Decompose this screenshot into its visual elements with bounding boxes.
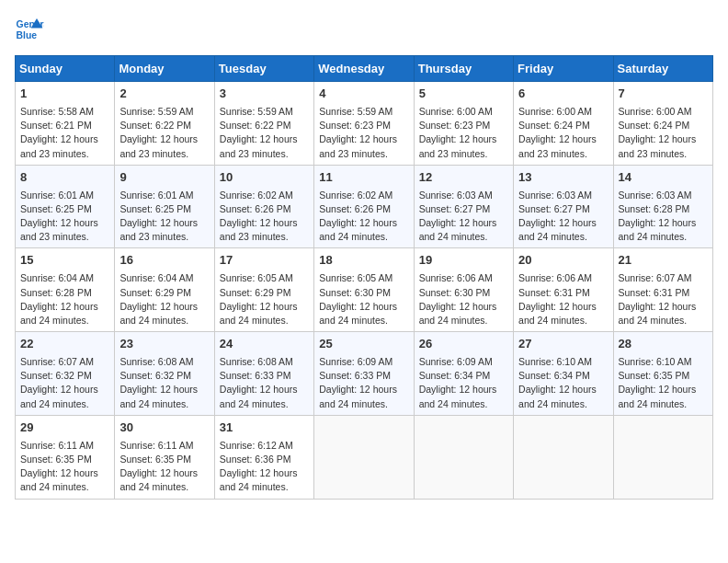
day-detail: Sunrise: 6:07 AMSunset: 6:31 PMDaylight:… <box>619 271 708 327</box>
calendar-cell: 19Sunrise: 6:06 AMSunset: 6:30 PMDayligh… <box>414 248 513 332</box>
day-number: 4 <box>319 86 408 103</box>
week-row-4: 22Sunrise: 6:07 AMSunset: 6:32 PMDayligh… <box>16 332 713 416</box>
calendar-cell: 1Sunrise: 5:58 AMSunset: 6:21 PMDaylight… <box>16 82 115 166</box>
calendar-table: SundayMondayTuesdayWednesdayThursdayFrid… <box>15 55 713 500</box>
calendar-cell: 10Sunrise: 6:02 AMSunset: 6:26 PMDayligh… <box>214 165 313 248</box>
day-detail: Sunrise: 6:08 AMSunset: 6:33 PMDaylight:… <box>220 355 309 411</box>
day-detail: Sunrise: 6:00 AMSunset: 6:24 PMDaylight:… <box>518 105 608 161</box>
day-number: 13 <box>518 169 608 187</box>
day-number: 25 <box>319 336 408 353</box>
day-number: 22 <box>20 336 109 353</box>
day-detail: Sunrise: 5:59 AMSunset: 6:22 PMDaylight:… <box>220 105 309 161</box>
day-number: 19 <box>419 252 508 270</box>
day-detail: Sunrise: 6:03 AMSunset: 6:27 PMDaylight:… <box>518 189 608 245</box>
week-row-5: 29Sunrise: 6:11 AMSunset: 6:35 PMDayligh… <box>16 415 713 499</box>
week-row-1: 1Sunrise: 5:58 AMSunset: 6:21 PMDaylight… <box>16 82 713 166</box>
day-number: 6 <box>518 86 608 103</box>
day-number: 26 <box>419 336 508 353</box>
day-detail: Sunrise: 6:00 AMSunset: 6:24 PMDaylight:… <box>619 105 708 161</box>
day-number: 29 <box>20 419 109 437</box>
day-detail: Sunrise: 6:07 AMSunset: 6:32 PMDaylight:… <box>20 355 109 411</box>
day-detail: Sunrise: 6:09 AMSunset: 6:34 PMDaylight:… <box>419 355 508 411</box>
day-detail: Sunrise: 6:00 AMSunset: 6:23 PMDaylight:… <box>419 105 508 161</box>
day-number: 7 <box>619 86 708 103</box>
column-header-wednesday: Wednesday <box>314 56 414 82</box>
calendar-cell: 30Sunrise: 6:11 AMSunset: 6:35 PMDayligh… <box>115 415 214 499</box>
day-detail: Sunrise: 6:10 AMSunset: 6:35 PMDaylight:… <box>619 355 708 411</box>
calendar-cell: 4Sunrise: 5:59 AMSunset: 6:23 PMDaylight… <box>314 82 414 166</box>
day-number: 8 <box>20 169 109 187</box>
day-number: 27 <box>518 336 608 353</box>
day-detail: Sunrise: 6:04 AMSunset: 6:29 PMDaylight:… <box>119 271 209 327</box>
day-detail: Sunrise: 5:58 AMSunset: 6:21 PMDaylight:… <box>20 105 109 161</box>
day-number: 24 <box>220 336 309 353</box>
day-number: 28 <box>619 336 708 353</box>
calendar-cell: 9Sunrise: 6:01 AMSunset: 6:25 PMDaylight… <box>115 165 214 248</box>
day-number: 14 <box>619 169 708 187</box>
week-row-3: 15Sunrise: 6:04 AMSunset: 6:28 PMDayligh… <box>16 248 713 332</box>
logo: General Blue <box>15 15 48 44</box>
day-number: 20 <box>518 252 608 270</box>
calendar-cell: 18Sunrise: 6:05 AMSunset: 6:30 PMDayligh… <box>314 248 414 332</box>
calendar-cell: 5Sunrise: 6:00 AMSunset: 6:23 PMDaylight… <box>414 82 513 166</box>
calendar-cell: 22Sunrise: 6:07 AMSunset: 6:32 PMDayligh… <box>16 332 115 416</box>
day-number: 9 <box>119 169 209 187</box>
calendar-cell: 16Sunrise: 6:04 AMSunset: 6:29 PMDayligh… <box>115 248 214 332</box>
day-number: 10 <box>220 169 309 187</box>
day-detail: Sunrise: 5:59 AMSunset: 6:22 PMDaylight:… <box>119 105 209 161</box>
column-header-saturday: Saturday <box>613 56 712 82</box>
calendar-cell <box>613 415 712 499</box>
day-detail: Sunrise: 6:03 AMSunset: 6:28 PMDaylight:… <box>619 189 708 245</box>
day-number: 1 <box>20 86 109 103</box>
day-detail: Sunrise: 6:04 AMSunset: 6:28 PMDaylight:… <box>20 271 109 327</box>
calendar-cell: 3Sunrise: 5:59 AMSunset: 6:22 PMDaylight… <box>214 82 313 166</box>
calendar-cell: 31Sunrise: 6:12 AMSunset: 6:36 PMDayligh… <box>214 415 313 499</box>
column-header-thursday: Thursday <box>414 56 513 82</box>
day-number: 21 <box>619 252 708 270</box>
calendar-cell: 11Sunrise: 6:02 AMSunset: 6:26 PMDayligh… <box>314 165 414 248</box>
calendar-cell: 6Sunrise: 6:00 AMSunset: 6:24 PMDaylight… <box>514 82 613 166</box>
calendar-cell <box>514 415 613 499</box>
calendar-cell: 25Sunrise: 6:09 AMSunset: 6:33 PMDayligh… <box>314 332 414 416</box>
day-number: 2 <box>119 86 209 103</box>
logo-icon: General Blue <box>15 15 44 44</box>
day-number: 5 <box>419 86 508 103</box>
day-detail: Sunrise: 6:09 AMSunset: 6:33 PMDaylight:… <box>319 355 408 411</box>
day-number: 23 <box>119 336 209 353</box>
calendar-cell: 2Sunrise: 5:59 AMSunset: 6:22 PMDaylight… <box>115 82 214 166</box>
day-detail: Sunrise: 6:01 AMSunset: 6:25 PMDaylight:… <box>119 189 209 245</box>
calendar-cell: 20Sunrise: 6:06 AMSunset: 6:31 PMDayligh… <box>514 248 613 332</box>
day-detail: Sunrise: 6:06 AMSunset: 6:30 PMDaylight:… <box>419 271 508 327</box>
day-detail: Sunrise: 6:01 AMSunset: 6:25 PMDaylight:… <box>20 189 109 245</box>
svg-text:Blue: Blue <box>17 30 38 40</box>
day-detail: Sunrise: 6:06 AMSunset: 6:31 PMDaylight:… <box>518 271 608 327</box>
column-header-friday: Friday <box>514 56 613 82</box>
column-header-monday: Monday <box>115 56 214 82</box>
calendar-cell: 26Sunrise: 6:09 AMSunset: 6:34 PMDayligh… <box>414 332 513 416</box>
calendar-cell: 23Sunrise: 6:08 AMSunset: 6:32 PMDayligh… <box>115 332 214 416</box>
calendar-cell: 28Sunrise: 6:10 AMSunset: 6:35 PMDayligh… <box>613 332 712 416</box>
column-header-sunday: Sunday <box>16 56 115 82</box>
day-detail: Sunrise: 6:05 AMSunset: 6:29 PMDaylight:… <box>220 271 309 327</box>
column-header-tuesday: Tuesday <box>214 56 313 82</box>
calendar-cell: 8Sunrise: 6:01 AMSunset: 6:25 PMDaylight… <box>16 165 115 248</box>
calendar-cell: 14Sunrise: 6:03 AMSunset: 6:28 PMDayligh… <box>613 165 712 248</box>
day-number: 12 <box>419 169 508 187</box>
week-row-2: 8Sunrise: 6:01 AMSunset: 6:25 PMDaylight… <box>16 165 713 248</box>
page-header: General Blue <box>15 15 713 44</box>
day-detail: Sunrise: 6:11 AMSunset: 6:35 PMDaylight:… <box>20 439 109 495</box>
day-number: 16 <box>119 252 209 270</box>
day-number: 15 <box>20 252 109 270</box>
calendar-cell: 21Sunrise: 6:07 AMSunset: 6:31 PMDayligh… <box>613 248 712 332</box>
day-detail: Sunrise: 6:11 AMSunset: 6:35 PMDaylight:… <box>119 439 209 495</box>
calendar-cell: 29Sunrise: 6:11 AMSunset: 6:35 PMDayligh… <box>16 415 115 499</box>
day-detail: Sunrise: 6:12 AMSunset: 6:36 PMDaylight:… <box>220 439 309 495</box>
day-number: 17 <box>220 252 309 270</box>
calendar-cell: 15Sunrise: 6:04 AMSunset: 6:28 PMDayligh… <box>16 248 115 332</box>
calendar-header-row: SundayMondayTuesdayWednesdayThursdayFrid… <box>16 56 713 82</box>
calendar-cell: 7Sunrise: 6:00 AMSunset: 6:24 PMDaylight… <box>613 82 712 166</box>
day-number: 18 <box>319 252 408 270</box>
day-number: 30 <box>119 419 209 437</box>
calendar-cell <box>314 415 414 499</box>
day-detail: Sunrise: 6:03 AMSunset: 6:27 PMDaylight:… <box>419 189 508 245</box>
